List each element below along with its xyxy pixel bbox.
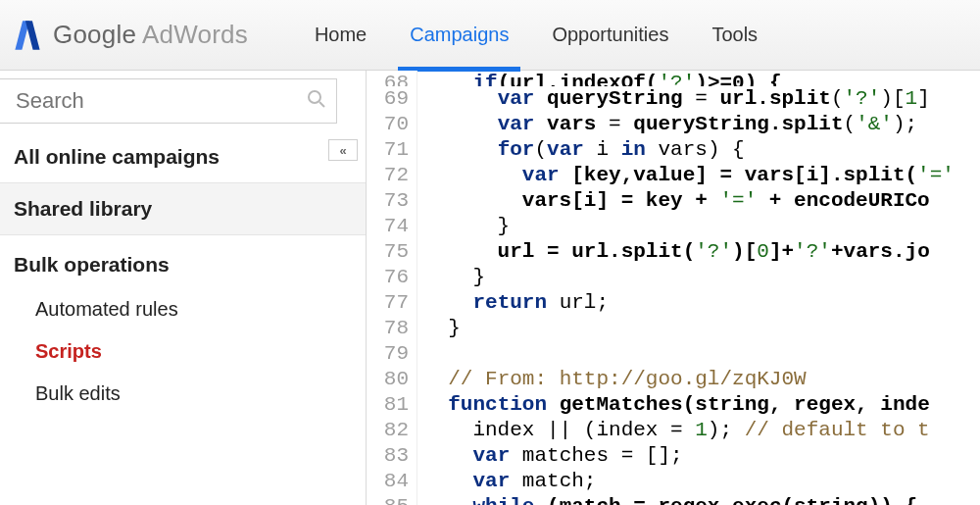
sidebar-section-bulk: Bulk operations <box>0 235 366 288</box>
code-line[interactable]: } <box>423 316 980 341</box>
line-number: 75 <box>367 239 409 265</box>
code-line[interactable]: function getMatches(string, regex, inde <box>423 392 980 418</box>
line-number: 71 <box>367 137 409 163</box>
sidebar: All online campaigns « Shared library Bu… <box>0 71 367 505</box>
code-line[interactable]: while (match = regex.exec(string)) { <box>423 494 980 505</box>
code-line[interactable]: // From: http://goo.gl/zqKJ0W <box>423 367 980 392</box>
editor-gutter: 686970717273747576777879808182838485 <box>367 71 417 505</box>
line-number: 79 <box>367 341 409 367</box>
line-number: 81 <box>367 392 409 418</box>
code-line[interactable] <box>423 341 980 367</box>
logo[interactable]: Google AdWords <box>14 18 248 53</box>
line-number: 74 <box>367 214 409 239</box>
code-line[interactable]: return url; <box>423 290 980 316</box>
nav-opportunities[interactable]: Opportunities <box>530 0 690 71</box>
line-number: 72 <box>367 163 409 188</box>
line-number: 76 <box>367 265 409 290</box>
collapse-sidebar-button[interactable]: « <box>328 139 358 161</box>
code-line[interactable]: } <box>423 214 980 239</box>
app-header: Google AdWords Home Campaigns Opportunit… <box>0 0 980 71</box>
body: All online campaigns « Shared library Bu… <box>0 71 980 505</box>
sidebar-sub-bulk-edits[interactable]: Bulk edits <box>0 373 366 415</box>
code-line[interactable]: var matches = []; <box>423 443 980 469</box>
logo-google: Google <box>53 20 136 49</box>
line-number: 82 <box>367 418 409 443</box>
code-line[interactable]: var queryString = url.split('?')[1] <box>423 86 980 112</box>
sidebar-item-label: All online campaigns <box>14 145 220 168</box>
svg-line-3 <box>319 102 324 107</box>
svg-point-2 <box>309 91 320 103</box>
sidebar-item-shared-library[interactable]: Shared library <box>0 183 366 235</box>
code-line[interactable]: if(url.indexOf('?')>=0) { <box>423 71 980 86</box>
line-number: 78 <box>367 316 409 341</box>
svg-marker-1 <box>25 21 40 49</box>
chevron-double-left-icon: « <box>339 143 346 158</box>
editor-code[interactable]: if(url.indexOf('?')>=0) { var queryStrin… <box>417 71 980 505</box>
code-line[interactable]: } <box>423 265 980 290</box>
search-icon <box>307 89 326 113</box>
line-number: 70 <box>367 112 409 137</box>
nav-home[interactable]: Home <box>293 0 388 71</box>
code-line[interactable]: index || (index = 1); // default to t <box>423 418 980 443</box>
line-number: 84 <box>367 469 409 494</box>
sidebar-sub-scripts[interactable]: Scripts <box>0 330 366 373</box>
search-box[interactable] <box>0 78 337 124</box>
line-number: 69 <box>367 86 409 112</box>
code-line[interactable]: for(var i in vars) { <box>423 137 980 163</box>
search-wrap <box>0 71 366 131</box>
line-number: 68 <box>367 71 409 86</box>
code-editor[interactable]: 686970717273747576777879808182838485 if(… <box>367 71 980 505</box>
logo-text: Google AdWords <box>53 20 248 50</box>
line-number: 73 <box>367 188 409 214</box>
line-number: 85 <box>367 494 409 505</box>
sidebar-item-all-campaigns[interactable]: All online campaigns « <box>0 131 366 183</box>
line-number: 83 <box>367 443 409 469</box>
search-input[interactable] <box>16 88 307 114</box>
line-number: 77 <box>367 290 409 316</box>
adwords-logo-icon <box>14 18 41 53</box>
top-nav: Home Campaigns Opportunities Tools <box>293 0 779 71</box>
nav-tools[interactable]: Tools <box>690 0 779 71</box>
logo-product: AdWords <box>136 20 248 49</box>
code-line[interactable]: var vars = queryString.split('&'); <box>423 112 980 137</box>
sidebar-sub-automated-rules[interactable]: Automated rules <box>0 288 366 330</box>
code-line[interactable]: url = url.split('?')[0]+'?'+vars.jo <box>423 239 980 265</box>
code-line[interactable]: var [key,value] = vars[i].split('=' <box>423 163 980 188</box>
line-number: 80 <box>367 367 409 392</box>
code-line[interactable]: var match; <box>423 469 980 494</box>
sidebar-item-label: Shared library <box>14 197 152 220</box>
nav-campaigns[interactable]: Campaigns <box>388 0 530 71</box>
code-line[interactable]: vars[i] = key + '=' + encodeURICo <box>423 188 980 214</box>
